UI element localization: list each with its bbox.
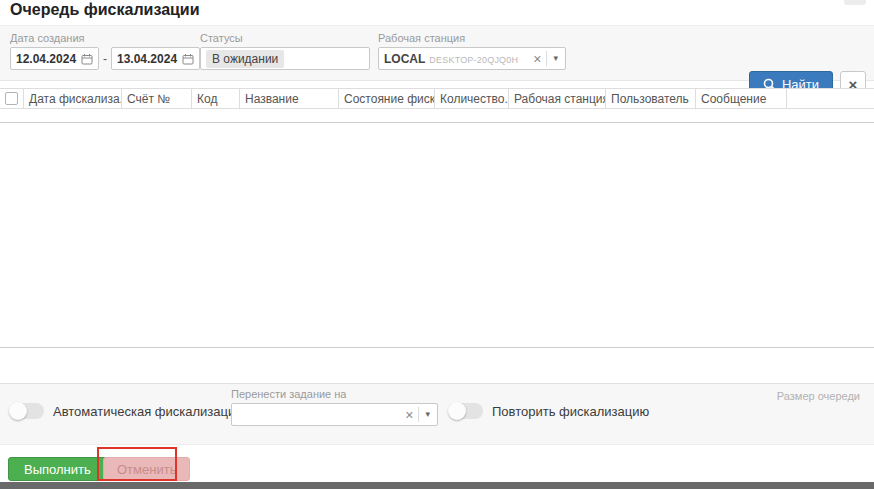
date-range-separator: - <box>103 52 107 66</box>
workstation-filter-group: Рабочая станция LOCAL DESKTOP-20QJQ0H × … <box>378 32 566 70</box>
calendar-icon[interactable] <box>182 53 194 65</box>
table-header-row: Дата фискализа... Счёт № Код Название Со… <box>0 88 874 109</box>
statuses-filter-label: Статусы <box>200 32 370 44</box>
queue-size-label: Размер очереди <box>777 390 860 402</box>
calendar-icon[interactable] <box>81 53 93 65</box>
retry-fiscalization-group: Повторить фискализацию <box>449 403 649 419</box>
date-to-input[interactable] <box>117 52 181 66</box>
cancel-button[interactable]: Отменить <box>103 457 190 481</box>
retry-fiscalization-label: Повторить фискализацию <box>492 404 649 419</box>
workstation-value: LOCAL <box>384 52 425 66</box>
reschedule-input[interactable] <box>237 408 402 422</box>
toggle-knob <box>9 402 27 420</box>
date-to-field[interactable] <box>111 47 200 70</box>
toggle-knob <box>448 402 466 420</box>
queue-options-panel: Автоматическая фискализация Перенести за… <box>0 384 874 445</box>
workstation-field[interactable]: LOCAL DESKTOP-20QJQ0H × ▾ <box>378 47 566 70</box>
reschedule-clear-icon[interactable]: × <box>402 408 416 422</box>
auto-fiscalization-group: Автоматическая фискализация <box>10 403 242 419</box>
filter-panel: Дата создания - Статусы <box>0 25 874 81</box>
workstation-dropdown-icon[interactable]: ▾ <box>546 51 560 66</box>
column-header-name[interactable]: Название <box>240 89 339 108</box>
table-filter-row <box>0 109 874 123</box>
retry-fiscalization-toggle[interactable] <box>449 403 483 419</box>
workstation-clear-icon[interactable]: × <box>530 52 544 66</box>
reschedule-field[interactable]: × ▾ <box>231 403 438 426</box>
page-title: Очередь фискализации <box>10 1 200 19</box>
workstation-hostname: DESKTOP-20QJQ0H <box>429 55 518 65</box>
column-header-quantity[interactable]: Количество... <box>435 89 509 108</box>
date-from-input[interactable] <box>16 52 80 66</box>
date-from-field[interactable] <box>10 47 99 70</box>
auto-fiscalization-label: Автоматическая фискализация <box>53 404 242 419</box>
execute-button[interactable]: Выполнить <box>8 457 107 481</box>
column-header-fiscalization-state[interactable]: Состояние фиск... <box>339 89 435 108</box>
workstation-filter-label: Рабочая станция <box>378 32 566 44</box>
status-tag[interactable]: В ожидании <box>206 50 284 68</box>
reschedule-dropdown-icon[interactable]: ▾ <box>418 407 432 422</box>
column-header-code[interactable]: Код <box>192 89 240 108</box>
statuses-filter-group: Статусы В ожидании <box>200 32 370 70</box>
date-filter-group: Дата создания - <box>10 32 200 70</box>
column-header-empty <box>787 89 874 108</box>
action-bar: Выполнить Отменить <box>0 445 874 482</box>
table-footer-row <box>0 348 874 384</box>
close-button-remnant[interactable] <box>844 0 866 5</box>
bottom-bar <box>0 482 874 489</box>
select-all-cell <box>0 89 24 108</box>
select-all-checkbox[interactable] <box>5 92 18 105</box>
column-header-user[interactable]: Пользователь <box>606 89 696 108</box>
column-header-fiscalization-date[interactable]: Дата фискализа... <box>24 89 122 108</box>
table-body-empty[interactable] <box>0 123 874 348</box>
reschedule-label: Перенести задание на <box>231 388 438 400</box>
column-header-workstation[interactable]: Рабочая станция <box>509 89 606 108</box>
column-header-message[interactable]: Сообщение <box>696 89 787 108</box>
date-filter-label: Дата создания <box>10 32 200 44</box>
column-header-invoice-number[interactable]: Счёт № <box>122 89 192 108</box>
statuses-field[interactable]: В ожидании <box>200 47 370 70</box>
reschedule-group: Перенести задание на × ▾ <box>231 388 438 426</box>
auto-fiscalization-toggle[interactable] <box>10 403 44 419</box>
fiscalization-queue-window: Очередь фискализации Дата создания - <box>0 0 874 489</box>
